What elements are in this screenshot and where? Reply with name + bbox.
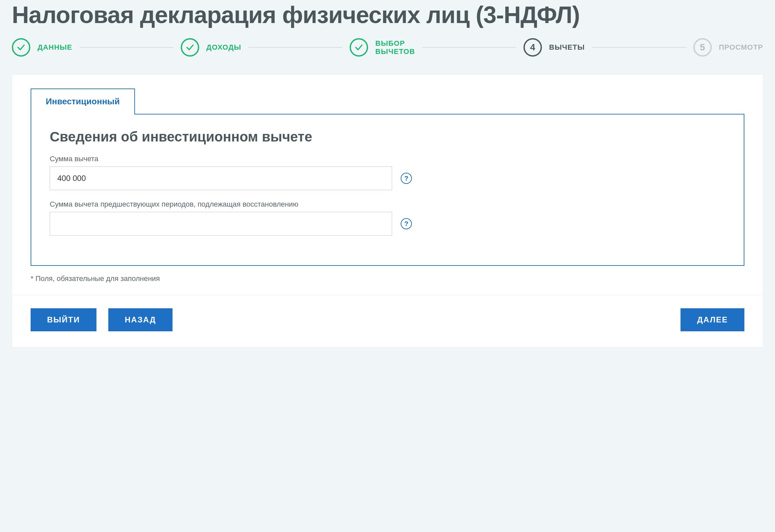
field-deduction-amount: Сумма вычета ? (50, 155, 725, 190)
step-number: 5 (700, 42, 705, 53)
required-fields-note: * Поля, обязательные для заполнения (31, 274, 744, 283)
exit-button[interactable]: ВЫЙТИ (31, 308, 96, 331)
step-connector (248, 47, 342, 48)
step-label: ВЫЧЕТЫ (549, 43, 585, 51)
help-icon[interactable]: ? (401, 218, 412, 229)
step-connector (592, 47, 686, 48)
step-connector (80, 47, 173, 48)
step-select-deductions[interactable]: ВЫБОР ВЫЧЕТОВ (349, 38, 415, 57)
next-button[interactable]: ДАЛЕЕ (681, 308, 744, 331)
restore-amount-input[interactable] (50, 212, 392, 236)
field-restore-amount: Сумма вычета предшествующих периодов, по… (50, 200, 725, 236)
stepper: ДАННЫЕ ДОХОДЫ ВЫБОР ВЫЧЕТОВ 4 ВЫЧЕТЫ (12, 38, 763, 57)
field-label: Сумма вычета предшествующих периодов, по… (50, 200, 725, 209)
page-root: Налоговая декларация физических лиц (3-Н… (0, 0, 775, 361)
check-icon (16, 43, 26, 52)
button-row: ВЫЙТИ НАЗАД ДАЛЕЕ (12, 295, 763, 347)
check-icon (185, 43, 194, 52)
tab-investment[interactable]: Инвестиционный (31, 89, 135, 114)
field-row: ? (50, 166, 725, 190)
step-number: 4 (530, 42, 535, 53)
field-label: Сумма вычета (50, 155, 725, 163)
step-circle-done (12, 38, 30, 57)
step-label: ДОХОДЫ (206, 43, 241, 51)
tab-content: Сведения об инвестиционном вычете Сумма … (31, 114, 744, 266)
page-title: Налоговая декларация физических лиц (3-Н… (12, 0, 763, 38)
step-connector (423, 47, 516, 48)
panel-inner: Инвестиционный Сведения об инвестиционно… (12, 75, 763, 295)
step-review[interactable]: 5 ПРОСМОТР (693, 38, 763, 57)
field-row: ? (50, 212, 725, 236)
step-label: ДАННЫЕ (38, 43, 72, 51)
step-label: ПРОСМОТР (719, 43, 763, 51)
step-circle-done (181, 38, 199, 57)
step-data[interactable]: ДАННЫЕ (12, 38, 72, 57)
deduction-amount-input[interactable] (50, 166, 392, 190)
step-circle-future: 5 (693, 38, 712, 57)
step-circle-current: 4 (524, 38, 542, 57)
section-heading: Сведения об инвестиционном вычете (50, 129, 725, 145)
step-circle-done (349, 38, 368, 57)
tabs-row: Инвестиционный (31, 88, 744, 114)
step-deductions[interactable]: 4 ВЫЧЕТЫ (524, 38, 585, 57)
main-panel: Инвестиционный Сведения об инвестиционно… (12, 74, 763, 347)
step-label: ВЫБОР ВЫЧЕТОВ (375, 39, 415, 56)
help-icon[interactable]: ? (401, 173, 412, 184)
step-income[interactable]: ДОХОДЫ (181, 38, 241, 57)
check-icon (354, 43, 363, 52)
back-button[interactable]: НАЗАД (108, 308, 172, 331)
